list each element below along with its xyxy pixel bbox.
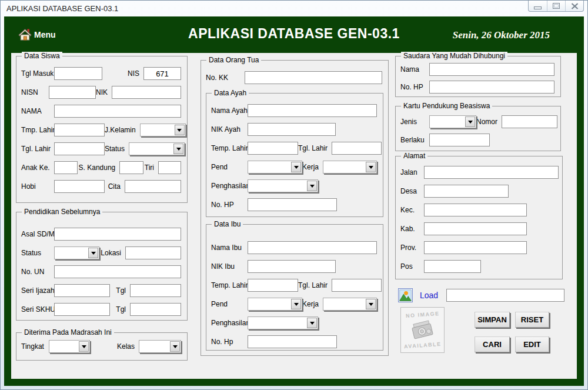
tgl-masuk-input[interactable]: [54, 67, 102, 80]
penghasilan-ayah-select[interactable]: [248, 179, 318, 192]
saudara-nama-input[interactable]: [429, 63, 554, 76]
chevron-down-icon: [307, 181, 317, 191]
no-hp-ayah-label: No. HP: [211, 201, 248, 209]
temp-lahir-ibu-input[interactable]: [248, 279, 298, 292]
kec-label: Kec.: [400, 206, 424, 214]
tingkat-select[interactable]: [49, 340, 90, 353]
pend-ayah-select[interactable]: [248, 161, 302, 174]
tiri-input[interactable]: [158, 161, 181, 174]
edit-button[interactable]: EDIT: [515, 336, 549, 352]
desa-input[interactable]: [424, 185, 509, 198]
chevron-down-icon: [366, 299, 376, 309]
chevron-down-icon: [170, 341, 180, 352]
riset-button[interactable]: RISET: [515, 312, 549, 328]
tgl-lahir-input[interactable]: [54, 142, 105, 155]
cita-input[interactable]: [125, 180, 181, 193]
nama-input[interactable]: [54, 105, 181, 118]
simpan-button[interactable]: SIMPAN: [475, 312, 510, 328]
asal-sdmi-label: Asal SD/MI: [21, 230, 54, 238]
penghasilan-ayah-label: Penghasilan: [211, 182, 248, 190]
no-hp-ayah-input[interactable]: [248, 198, 337, 211]
picture-icon: [398, 288, 413, 302]
nisn-input[interactable]: [49, 86, 96, 99]
maximize-icon: [553, 3, 560, 9]
close-button[interactable]: [565, 1, 583, 11]
nama-ayah-input[interactable]: [248, 104, 377, 117]
kerja-ibu-select[interactable]: [323, 298, 377, 311]
no-hp-ibu-input[interactable]: [248, 335, 337, 348]
jkelamin-select[interactable]: [140, 124, 186, 136]
saudara-title: Saudara Yang Mudah Dihubungi: [401, 52, 507, 60]
diterima-group: Diterima Pada Madrasah Ini Tingkat Kelas: [16, 332, 188, 361]
kelas-label: Kelas: [117, 342, 135, 351]
tgl-skhu-input[interactable]: [130, 303, 181, 316]
seri-skhu-input[interactable]: [54, 303, 110, 316]
temp-lahir-ayah-input[interactable]: [248, 142, 298, 155]
minimize-icon: [534, 6, 542, 9]
nik-input[interactable]: [112, 86, 181, 99]
bottom-area: NO IMAGE AVAILABLE: [395, 307, 564, 353]
prov-input[interactable]: [424, 241, 527, 254]
status-select[interactable]: [129, 142, 185, 155]
kerja-ayah-select[interactable]: [323, 161, 377, 174]
nik-ayah-input[interactable]: [248, 123, 336, 136]
kelas-select[interactable]: [139, 340, 181, 353]
no-kk-input[interactable]: [245, 71, 382, 84]
tingkat-label: Tingkat: [21, 342, 49, 351]
status-pendidikan-select[interactable]: [54, 246, 99, 259]
jenis-kartu-label: Jenis: [400, 118, 429, 126]
load-row: Load: [398, 288, 564, 302]
chevron-down-icon: [366, 162, 376, 172]
maximize-button[interactable]: [547, 1, 565, 11]
s-kandung-input[interactable]: [119, 161, 143, 174]
no-un-input[interactable]: [54, 265, 181, 278]
chevron-down-icon: [175, 125, 185, 135]
jalan-input[interactable]: [424, 166, 559, 179]
pend-ayah-label: Pend: [211, 163, 248, 171]
minimize-button[interactable]: [529, 1, 547, 11]
lokasi-input[interactable]: [125, 246, 181, 259]
alamat-title: Alamat: [401, 152, 427, 160]
cari-button[interactable]: CARI: [475, 336, 510, 352]
kec-input[interactable]: [424, 204, 527, 216]
tgl-ijazah-input[interactable]: [130, 284, 181, 297]
window-controls: [528, 1, 584, 12]
cita-label: Cita: [108, 182, 121, 191]
kartu-title: Kartu Pendukung Beasiswa: [401, 102, 492, 110]
anak-ke-input[interactable]: [54, 161, 78, 174]
saudara-no-hp-label: No. HP: [400, 83, 429, 91]
tgl-lahir-ayah-input[interactable]: [332, 142, 382, 155]
jenis-kartu-select[interactable]: [429, 115, 476, 128]
chevron-down-icon: [79, 341, 89, 352]
chevron-down-icon: [291, 299, 301, 309]
nik-ibu-input[interactable]: [248, 260, 336, 273]
nomor-kartu-input[interactable]: [502, 115, 557, 128]
tgl-masuk-label: Tgl Masuk: [21, 69, 54, 78]
saudara-no-hp-input[interactable]: [429, 81, 554, 94]
load-path-input[interactable]: [446, 289, 564, 302]
pos-input[interactable]: [424, 260, 481, 273]
kab-input[interactable]: [424, 222, 527, 235]
pend-ibu-select[interactable]: [248, 298, 302, 311]
temp-lahir-ibu-label: Temp. Lahir: [211, 281, 248, 289]
tgl-lahir-ibu-input[interactable]: [332, 279, 382, 292]
titlebar[interactable]: APLIKASI DATABASE GEN-03.1: [1, 1, 587, 16]
hobi-input[interactable]: [54, 180, 105, 193]
no-image-placeholder: NO IMAGE AVAILABLE: [400, 307, 445, 353]
berlaku-input[interactable]: [429, 134, 490, 146]
tmp-lahir-input[interactable]: [54, 124, 105, 136]
data-ibu-title: Data Ibu: [212, 220, 243, 228]
prov-label: Prov.: [400, 244, 424, 252]
tgl-ijazah-label: Tgl: [116, 286, 126, 295]
pendidikan-group: Pendidikan Sebelumnya Asal SD/MI Status …: [16, 212, 188, 321]
chevron-down-icon: [173, 144, 183, 154]
seri-ijazah-input[interactable]: [54, 284, 110, 297]
nis-input[interactable]: [143, 67, 181, 80]
penghasilan-ibu-select[interactable]: [248, 316, 318, 329]
orang-tua-title: Data Orang Tua: [206, 56, 261, 64]
nama-ibu-input[interactable]: [248, 241, 377, 254]
load-image-button[interactable]: [398, 288, 413, 302]
alamat-group: Alamat Jalan Desa Kec. Kab.: [395, 156, 563, 279]
chevron-down-icon: [88, 248, 98, 258]
asal-sdmi-input[interactable]: [54, 228, 181, 241]
